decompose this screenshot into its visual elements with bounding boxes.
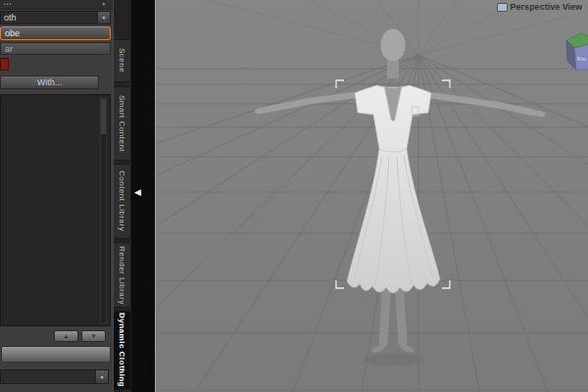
list-scrollbar[interactable] <box>100 97 107 323</box>
pane-menu-arrow-icon[interactable]: ▾ <box>102 1 105 7</box>
viewport[interactable]: Fro Perspective View <box>155 0 588 392</box>
red-swatch <box>0 58 9 71</box>
head <box>381 29 406 62</box>
cloth-item-value: oth <box>1 13 97 23</box>
view-cube[interactable]: Fro <box>566 33 588 70</box>
viewport-view-label[interactable]: Perspective View <box>497 2 582 12</box>
dropdown-arrow-icon[interactable]: ▼ <box>95 370 108 383</box>
wide-action-button[interactable] <box>1 346 111 363</box>
pane-header[interactable]: ••• ▾ <box>0 0 113 10</box>
grip-dots-icon: ••• <box>4 1 12 7</box>
pane-splitter[interactable]: ◀ <box>131 0 155 392</box>
figure-model[interactable] <box>254 29 546 367</box>
view-label-text: Perspective View <box>511 2 582 12</box>
daz-studio-window: ••• ▾ oth ▼ obe ar With... ▲ ▼ ▼ Scene S… <box>0 0 588 392</box>
cloth-item-dropdown[interactable]: oth ▼ <box>0 11 111 24</box>
camera-view-icon <box>497 3 508 12</box>
secondary-item-button[interactable]: ar <box>0 42 111 55</box>
feet <box>370 344 415 354</box>
viewport-canvas[interactable]: Fro <box>156 0 588 392</box>
view-cube-front-label: Fro <box>577 56 587 62</box>
tab-content-library[interactable]: Content Library <box>114 164 131 239</box>
bottom-dropdown[interactable]: ▼ <box>0 369 109 384</box>
scrollbar-thumb[interactable] <box>101 99 106 134</box>
neck <box>387 61 399 78</box>
tab-dynamic-clothing[interactable]: Dynamic Clothing <box>114 311 131 390</box>
tab-render-library[interactable]: Render Library <box>114 242 131 308</box>
tab-smart-content[interactable]: Smart Content <box>114 86 131 161</box>
dynamic-clothing-pane: ••• ▾ oth ▼ obe ar With... ▲ ▼ ▼ <box>0 0 113 392</box>
spin-up-button[interactable]: ▲ <box>54 330 78 342</box>
side-tab-strip: Scene Smart Content Content Library Rend… <box>113 0 131 392</box>
ground-shadow <box>364 354 422 366</box>
dropdown-arrow-icon[interactable]: ▼ <box>97 12 110 24</box>
focused-item-button[interactable]: obe <box>0 26 111 40</box>
spin-down-button[interactable]: ▼ <box>81 330 106 342</box>
cloth-list-area[interactable] <box>0 94 111 326</box>
drape-with-button[interactable]: With... <box>0 75 99 89</box>
tab-scene[interactable]: Scene <box>114 39 131 82</box>
collapse-pane-icon[interactable]: ◀ <box>134 187 141 197</box>
